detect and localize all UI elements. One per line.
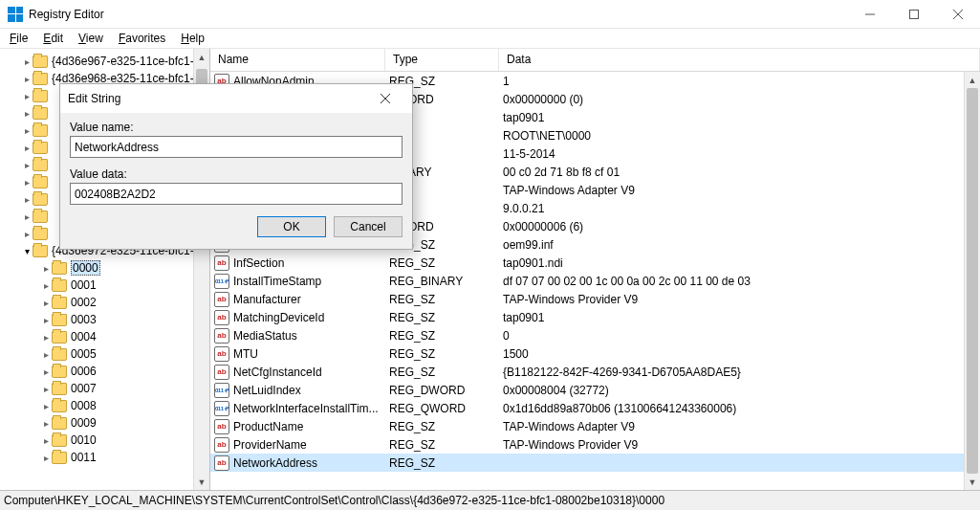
tree-item[interactable]: ▸0003	[0, 311, 209, 328]
cancel-button[interactable]: Cancel	[334, 216, 403, 237]
chevron-right-icon[interactable]: ▸	[40, 383, 52, 394]
value-name: NetworkInterfaceInstallTim...	[233, 402, 389, 415]
list-row[interactable]: NetworkAddressREG_SZ	[210, 454, 964, 472]
list-row[interactable]: NetworkInterfaceInstallTim...REG_QWORD0x…	[210, 399, 964, 417]
chevron-right-icon[interactable]: ▸	[21, 90, 33, 101]
string-value-icon	[214, 255, 229, 271]
folder-icon	[33, 90, 48, 102]
list-row[interactable]: MatchingDeviceIdREG_SZtap0901	[210, 308, 964, 326]
chevron-down-icon[interactable]: ▾	[21, 245, 33, 256]
tree-item[interactable]: ▸0000	[0, 259, 209, 277]
tree-item[interactable]: ▸0008	[0, 397, 209, 414]
scroll-down-icon[interactable]: ▼	[194, 474, 209, 490]
tree-label: 0002	[71, 296, 97, 309]
list-row[interactable]: MediaStatusREG_SZ0	[210, 326, 964, 344]
chevron-right-icon[interactable]: ▸	[21, 159, 33, 170]
menu-edit[interactable]: Edit	[35, 30, 71, 47]
list-header: Name Type Data	[210, 49, 980, 72]
tree-item[interactable]: ▸0009	[0, 414, 209, 432]
chevron-right-icon[interactable]: ▸	[40, 417, 52, 429]
chevron-right-icon[interactable]: ▸	[40, 331, 52, 343]
value-data: 00 c0 2d 71 8b f8 cf 01	[503, 166, 964, 179]
ok-button[interactable]: OK	[257, 216, 326, 237]
string-value-icon	[214, 310, 229, 325]
chevron-right-icon[interactable]: ▸	[21, 193, 33, 205]
tree-item[interactable]: ▸0010	[0, 432, 209, 449]
minimize-button[interactable]	[848, 0, 892, 29]
folder-icon	[33, 124, 48, 137]
chevron-right-icon[interactable]: ▸	[21, 228, 33, 239]
tree-label: 0005	[71, 347, 97, 361]
chevron-right-icon[interactable]: ▸	[40, 348, 52, 360]
menu-file[interactable]: File	[2, 30, 35, 47]
scroll-up-icon[interactable]: ▲	[194, 49, 209, 65]
close-button[interactable]	[936, 0, 980, 29]
tree-item[interactable]: ▸0005	[0, 345, 209, 363]
folder-icon	[33, 73, 48, 85]
value-type: REG_SZ	[389, 366, 503, 379]
tree-item[interactable]: ▸0007	[0, 380, 209, 397]
list-row[interactable]: NetCfgInstanceIdREG_SZ{B1182122-842F-426…	[210, 363, 964, 381]
scroll-up-icon[interactable]: ▲	[965, 72, 980, 88]
value-name: NetworkAddress	[233, 456, 389, 470]
value-data: 1	[503, 75, 964, 88]
scroll-down-icon[interactable]: ▼	[965, 474, 980, 490]
tree-item[interactable]: ▸0001	[0, 277, 209, 294]
chevron-right-icon[interactable]: ▸	[40, 297, 52, 308]
dialog-close-button[interactable]	[366, 85, 404, 112]
tree-item[interactable]: ▸0004	[0, 328, 209, 345]
list-row[interactable]: ManufacturerREG_SZTAP-Windows Provider V…	[210, 290, 964, 308]
chevron-right-icon[interactable]: ▸	[21, 73, 33, 84]
column-type[interactable]: Type	[385, 49, 499, 71]
tree-item[interactable]: ▸0011	[0, 449, 209, 466]
list-row[interactable]: InfSectionREG_SZtap0901.ndi	[210, 254, 964, 272]
chevron-right-icon[interactable]: ▸	[40, 400, 52, 411]
chevron-right-icon[interactable]: ▸	[21, 176, 33, 188]
folder-icon	[33, 159, 48, 171]
folder-icon	[33, 245, 48, 257]
menu-view[interactable]: View	[71, 30, 111, 47]
value-data-field[interactable]	[70, 183, 403, 205]
folder-icon	[33, 193, 48, 206]
list-row[interactable]: InstallTimeStampREG_BINARYdf 07 07 00 02…	[210, 272, 964, 290]
menu-favorites[interactable]: Favorites	[111, 30, 173, 47]
value-type: REG_SZ	[389, 329, 503, 343]
column-name[interactable]: Name	[210, 49, 385, 71]
chevron-right-icon[interactable]: ▸	[40, 452, 52, 463]
binary-value-icon	[214, 401, 229, 416]
value-type: REG_QWORD	[389, 402, 503, 415]
list-row[interactable]: MTUREG_SZ1500	[210, 344, 964, 363]
edit-string-dialog: Edit String Value name: Value data: OK C…	[59, 83, 413, 250]
dialog-titlebar: Edit String	[60, 84, 412, 113]
chevron-right-icon[interactable]: ▸	[40, 314, 52, 325]
chevron-right-icon[interactable]: ▸	[40, 279, 52, 291]
chevron-right-icon[interactable]: ▸	[40, 434, 52, 446]
scroll-thumb[interactable]	[967, 88, 978, 474]
value-name-field[interactable]	[70, 136, 403, 158]
tree-item[interactable]: ▸0002	[0, 294, 209, 311]
folder-icon	[33, 142, 48, 154]
list-row[interactable]: ProviderNameREG_SZTAP-Windows Provider V…	[210, 435, 964, 454]
chevron-right-icon[interactable]: ▸	[21, 124, 33, 136]
chevron-right-icon[interactable]: ▸	[21, 107, 33, 119]
folder-icon	[52, 314, 67, 326]
menu-help[interactable]: Help	[173, 30, 212, 47]
tree-item[interactable]: ▸0006	[0, 363, 209, 380]
folder-icon	[52, 383, 67, 395]
scroll-track[interactable]	[965, 88, 980, 474]
chevron-right-icon[interactable]: ▸	[21, 142, 33, 153]
folder-icon	[52, 262, 67, 275]
value-name: Manufacturer	[233, 293, 389, 306]
tree-label: 0001	[71, 278, 97, 292]
chevron-right-icon[interactable]: ▸	[21, 211, 33, 222]
list-row[interactable]: NetLuidIndexREG_DWORD0x00008004 (32772)	[210, 381, 964, 399]
chevron-right-icon[interactable]: ▸	[40, 366, 52, 377]
maximize-button[interactable]	[892, 0, 936, 29]
list-scrollbar[interactable]: ▲ ▼	[964, 72, 980, 490]
tree-item[interactable]: ▸{4d36e967-e325-11ce-bfc1-	[0, 53, 209, 70]
chevron-right-icon[interactable]: ▸	[21, 55, 33, 67]
chevron-right-icon[interactable]: ▸	[40, 262, 52, 274]
list-row[interactable]: ProductNameREG_SZTAP-Windows Adapter V9	[210, 417, 964, 435]
window-title: Registry Editor	[29, 8, 104, 21]
column-data[interactable]: Data	[499, 49, 980, 71]
